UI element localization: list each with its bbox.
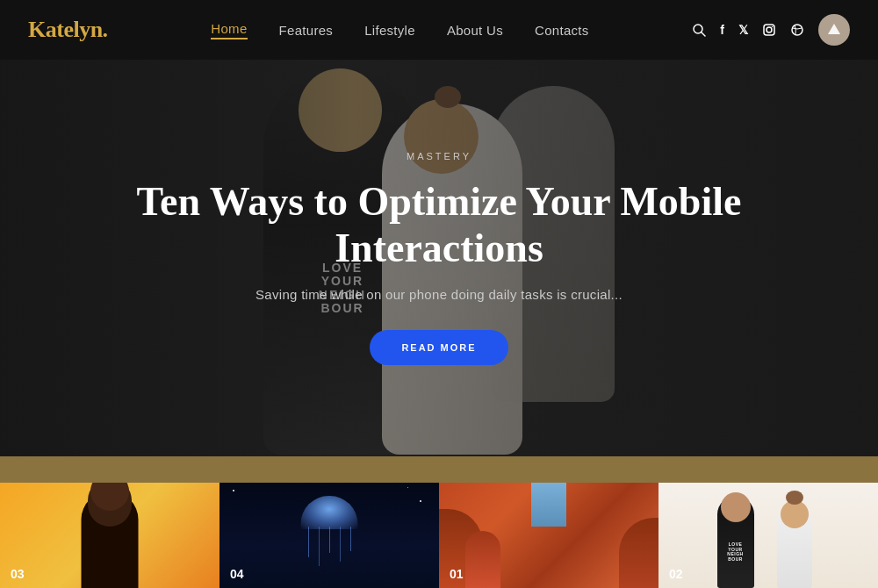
gallery-num-03: 03 — [11, 567, 25, 581]
nav-contacts[interactable]: Contacts — [535, 23, 589, 38]
nav-home[interactable]: Home — [211, 21, 247, 39]
nav-features[interactable]: Features — [279, 23, 334, 38]
golden-divider-bar — [0, 456, 878, 483]
header-actions: f 𝕏 — [692, 14, 850, 46]
hero-section: LOVEYOURNEIGHBOUR MASTERY Ten Ways to Op… — [0, 60, 878, 456]
gallery-item-01[interactable]: 01 — [439, 483, 658, 588]
twitter-icon[interactable]: 𝕏 — [738, 23, 748, 37]
hero-subtitle: Saving time while on our phone doing dai… — [123, 287, 755, 302]
svg-point-4 — [772, 26, 774, 28]
hero-title: Ten Ways to Optimize Your Mobile Interac… — [123, 179, 755, 272]
gallery-item-02[interactable]: LOVEYOURNEIGHBOUR 02 — [658, 483, 878, 588]
hero-tag: MASTERY — [123, 151, 755, 161]
avatar-button[interactable] — [818, 14, 850, 46]
gallery-num-04: 04 — [230, 567, 244, 581]
dribbble-icon[interactable] — [790, 23, 804, 37]
header: Katelyn. Home Features Lifestyle About U… — [0, 0, 878, 60]
main-nav: Home Features Lifestyle About Us Contact… — [211, 21, 588, 39]
svg-rect-2 — [764, 25, 774, 35]
svg-point-5 — [792, 25, 802, 35]
read-more-button[interactable]: READ MORE — [370, 330, 507, 365]
nav-about[interactable]: About Us — [447, 23, 503, 38]
nav-lifestyle[interactable]: Lifestyle — [364, 23, 415, 38]
gallery-item-03[interactable]: 03 — [0, 483, 220, 588]
logo-dot: . — [103, 17, 108, 42]
site-logo[interactable]: Katelyn. — [28, 17, 108, 43]
hero-content: MASTERY Ten Ways to Optimize Your Mobile… — [105, 151, 773, 366]
svg-point-3 — [766, 27, 772, 32]
facebook-icon[interactable]: f — [720, 23, 724, 37]
gallery-num-02: 02 — [669, 567, 683, 581]
instagram-icon[interactable] — [762, 23, 776, 37]
svg-line-1 — [702, 32, 705, 36]
gallery-item-04[interactable]: 04 — [220, 483, 439, 588]
gallery-strip: 03 04 — [0, 483, 878, 588]
logo-text: Katelyn — [28, 17, 103, 42]
search-icon[interactable] — [692, 23, 706, 37]
gallery-num-01: 01 — [450, 567, 464, 581]
